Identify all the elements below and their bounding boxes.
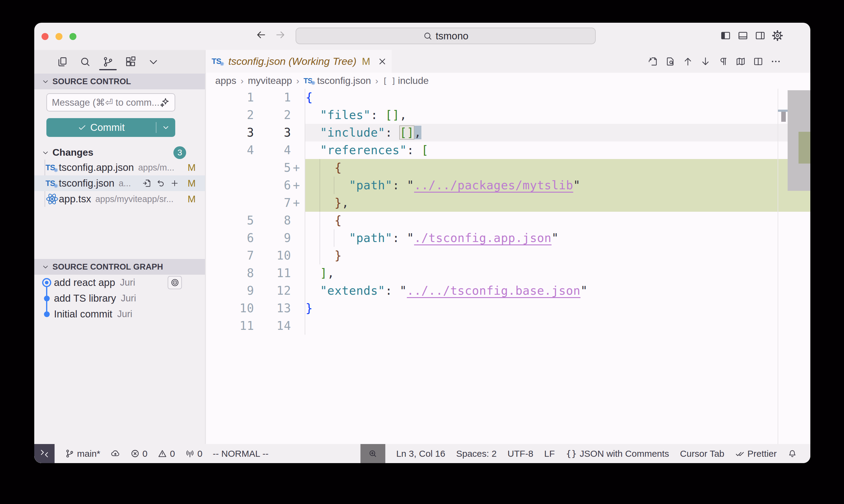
search-value: tsmono [436,30,468,42]
tab-tsconfig-json[interactable]: TS❋ tsconfig.json (Working Tree) M [206,50,392,73]
status-json-with-comments[interactable]: {}JSON with Comments [566,449,669,459]
status-utf-8[interactable]: UTF-8 [507,449,533,459]
file-search-button[interactable] [665,55,676,69]
status-prettier[interactable]: Prettier [735,449,777,459]
status-cursor-tab[interactable]: Cursor Tab [680,449,724,459]
open-changes-button[interactable] [647,55,658,69]
breadcrumb-tsconfig.json[interactable]: TS❋tsconfig.json [304,75,371,86]
double-check-icon [735,449,744,458]
commit-message: add TS library [54,293,116,304]
change-item-tsconfig.app.json[interactable]: TS❋tsconfig.app.jsonapps/m...M [34,160,205,175]
split-editor-button[interactable] [753,55,764,69]
status-lf[interactable]: LF [544,449,555,459]
old-line-number: 8 [206,265,254,282]
commit-message-input[interactable]: Message (⌘⏎ to comm... [46,93,175,111]
pilcrow-button[interactable] [718,55,728,69]
activity-files-button[interactable] [56,53,69,70]
activity-chevron-down-button[interactable] [147,53,160,70]
tab-bar: TS❋ tsconfig.json (Working Tree) M [206,50,810,73]
close-window-button[interactable] [41,33,49,40]
added-marker [291,300,305,317]
changes-section-header[interactable]: Changes 3 [34,145,205,160]
status-bell[interactable] [788,449,797,458]
breadcrumb: apps›myviteapp›TS❋tsconfig.json›[ ]inclu… [206,73,810,89]
maximize-window-button[interactable] [69,33,76,40]
overview-added-mark [798,132,810,164]
code-line-10: 710 } [206,247,810,265]
added-marker [291,124,305,141]
code-line-6: 6+ "path": "../../packages/mytslib" [206,177,810,194]
breadcrumb-include[interactable]: [ ]include [383,75,429,86]
commit-add-TS-library[interactable]: add TS libraryJuri [34,290,205,306]
change-item-tsconfig.json[interactable]: TS❋tsconfig.jsona...M [34,175,205,191]
code-line-1: 11{ [206,89,810,106]
code-line-9: 69 "path": "./tsconfig.app.json" [206,229,810,247]
braces-icon: {} [566,449,577,459]
branch-icon [65,449,74,458]
source-control-graph-header[interactable]: SOURCE CONTROL GRAPH [34,259,205,275]
ellipsis-button[interactable] [770,55,781,69]
tab-close-button[interactable] [378,57,387,66]
file-path: a... [119,178,142,188]
commit-Initial-commit[interactable]: Initial commitJuri [34,306,205,322]
status-0[interactable]: 0 [131,449,148,459]
status-0[interactable]: 0 [185,449,203,459]
status-0[interactable]: 0 [158,449,175,459]
panel-bottom-button[interactable] [737,30,748,41]
status-normal[interactable]: -- NORMAL -- [213,449,269,459]
commit-add-react-app[interactable]: add react appJuri [34,275,205,290]
minimize-window-button[interactable] [55,33,63,40]
typescript-file-icon: TS❋ [212,57,221,66]
added-marker [291,212,305,229]
status-remote[interactable] [34,444,55,463]
added-marker [291,106,305,124]
checkout-target-button[interactable] [168,276,182,289]
map-icon [736,56,746,67]
discard-button[interactable] [156,179,165,188]
breadcrumb-apps[interactable]: apps [215,75,236,86]
panel-left-button[interactable] [720,30,731,41]
change-item-app.tsx[interactable]: app.tsxapps/myviteapp/sr...M [34,191,205,207]
old-line-number: 5 [206,212,254,229]
map-button[interactable] [735,55,746,69]
chevron-down-icon [41,263,49,271]
arrow-up-button[interactable] [683,55,693,69]
command-center-search[interactable]: tsmono [296,28,596,44]
file-path: apps/myviteapp/sr... [95,194,182,204]
warning-icon [158,449,167,458]
go-to-file-icon [142,179,151,188]
forward-button[interactable] [275,30,286,40]
gear-button[interactable] [772,30,783,41]
panel-right-button[interactable] [755,30,766,41]
code-line-3: 33 "include": [], [206,124,810,141]
status-ln-3-col-16[interactable]: Ln 3, Col 16 [396,449,445,459]
go-to-file-button[interactable] [142,179,151,188]
diff-editor[interactable]: 11{22 "files": [],33 "include": [],44 "r… [206,89,810,444]
arrow-down-button[interactable] [700,55,711,69]
arrow-up-icon [683,56,693,67]
commit-button[interactable]: Commit [46,118,175,137]
split-editor-icon [753,56,763,67]
activity-source-control-button[interactable] [102,53,114,70]
status-cloud-upload[interactable] [111,449,120,458]
activity-extensions-button[interactable] [124,53,137,70]
commit-dropdown-button[interactable] [156,123,175,132]
status-main[interactable]: main* [65,449,100,459]
commit-author: Juri [121,293,205,304]
activity-search-button[interactable] [79,53,91,70]
source-control-header[interactable]: SOURCE CONTROL [34,74,205,89]
new-line-number: 5 [254,159,291,177]
breadcrumb-myviteapp[interactable]: myviteapp [248,75,292,86]
status-zoom-in[interactable] [360,444,385,463]
file-path: apps/m... [138,163,182,173]
panel-right-icon [755,30,766,41]
sparkle-icon [159,97,170,108]
extensions-icon [125,56,136,68]
code-line-2: 22 "files": [], [206,106,810,124]
status-spaces-2[interactable]: Spaces: 2 [456,449,497,459]
back-button[interactable] [256,30,266,40]
indent-guide [334,229,334,247]
stage-button[interactable] [170,179,179,188]
added-marker [291,229,305,247]
modified-badge: M [182,194,201,205]
